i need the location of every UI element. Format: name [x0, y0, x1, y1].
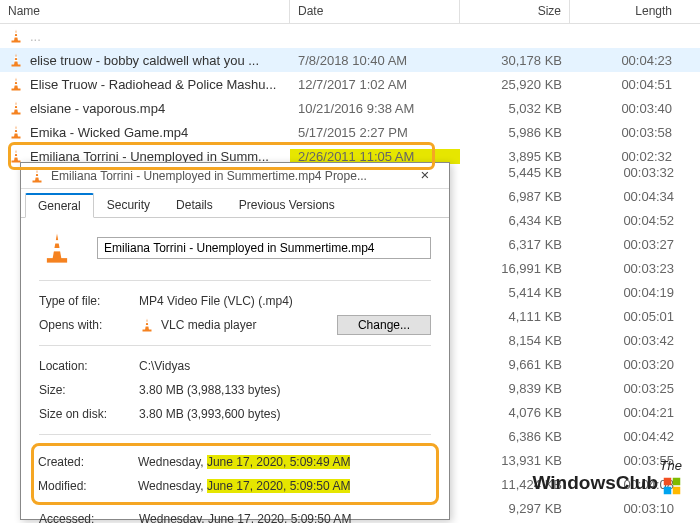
table-row[interactable]: 9,297 KB00:03:10 [458, 496, 700, 520]
table-row[interactable]: ... [0, 24, 700, 48]
file-length: 00:03:42 [570, 333, 682, 348]
size-on-disk-value: 3.80 MB (3,993,600 bytes) [139, 407, 431, 421]
timestamp-highlight-box: Created:Wednesday, June 17, 2020, 5:09:4… [31, 443, 439, 505]
vlc-icon [8, 76, 24, 92]
file-length: 00:03:27 [570, 237, 682, 252]
file-length: 00:03:32 [570, 165, 682, 180]
size-value: 3.80 MB (3,988,133 bytes) [139, 383, 431, 397]
file-length: 00:04:19 [570, 285, 682, 300]
column-header-row: Name Date Size Length [0, 0, 700, 24]
file-length: 00:04:23 [570, 53, 680, 68]
col-header-date[interactable]: Date [290, 0, 460, 23]
file-length: 00:04:34 [570, 189, 682, 204]
file-length: 00:03:25 [570, 381, 682, 396]
file-size: 5,032 KB [460, 101, 570, 116]
table-row[interactable]: 6,386 KB00:04:42 [458, 424, 700, 448]
table-row[interactable]: 9,839 KB00:03:25 [458, 376, 700, 400]
change-button[interactable]: Change... [337, 315, 431, 335]
col-header-name[interactable]: Name [0, 0, 290, 23]
file-name: Emika - Wicked Game.mp4 [30, 125, 282, 140]
created-label: Created: [38, 455, 138, 469]
file-size: 9,661 KB [458, 357, 570, 372]
close-button[interactable]: × [409, 166, 441, 186]
file-length: 00:03:40 [570, 101, 680, 116]
modified-value: Wednesday, June 17, 2020, 5:09:50 AM [138, 479, 432, 493]
table-row[interactable]: 6,434 KB00:04:52 [458, 208, 700, 232]
file-size: 9,297 KB [458, 501, 570, 516]
file-length: 00:03:23 [570, 261, 682, 276]
file-size: 6,386 KB [458, 429, 570, 444]
file-size: 6,987 KB [458, 189, 570, 204]
table-row[interactable]: 4,076 KB00:04:21 [458, 400, 700, 424]
file-size: 5,986 KB [460, 125, 570, 140]
file-size: 30,178 KB [460, 53, 570, 68]
file-name: elsiane - vaporous.mp4 [30, 101, 282, 116]
table-row[interactable]: 8,154 KB00:03:42 [458, 328, 700, 352]
tab-previous-versions[interactable]: Previous Versions [226, 193, 348, 217]
col-header-size[interactable]: Size [460, 0, 570, 23]
table-row[interactable]: 6,317 KB00:03:27 [458, 232, 700, 256]
vlc-icon [8, 28, 24, 44]
tab-general[interactable]: General [25, 193, 94, 218]
file-size: 6,434 KB [458, 213, 570, 228]
file-date: 10/21/2016 9:38 AM [290, 101, 460, 116]
vlc-icon [8, 124, 24, 140]
file-size: 6,317 KB [458, 237, 570, 252]
table-row[interactable]: elsiane - vaporous.mp410/21/2016 9:38 AM… [0, 96, 700, 120]
table-row[interactable]: 4,111 KB00:05:01 [458, 304, 700, 328]
type-of-file-value: MP4 Video File (VLC) (.mp4) [139, 294, 431, 308]
watermark: The WindowsClub [533, 459, 682, 495]
dialog-title: Emiliana Torrini - Unemployed in Summert… [51, 169, 409, 183]
file-length: 00:04:21 [570, 405, 682, 420]
file-length: 00:04:51 [570, 77, 680, 92]
table-row[interactable]: 5,414 KB00:04:19 [458, 280, 700, 304]
vlc-icon [39, 230, 75, 266]
file-size: 9,839 KB [458, 381, 570, 396]
vlc-icon [29, 168, 45, 184]
location-label: Location: [39, 359, 139, 373]
table-row[interactable]: 16,991 KB00:03:23 [458, 256, 700, 280]
size-label: Size: [39, 383, 139, 397]
location-value: C:\Vidyas [139, 359, 431, 373]
file-date: 7/8/2018 10:40 AM [290, 53, 460, 68]
table-row[interactable]: Emika - Wicked Game.mp45/17/2015 2:27 PM… [0, 120, 700, 144]
size-on-disk-label: Size on disk: [39, 407, 139, 421]
file-name: elise truow - bobby caldwell what you ..… [30, 53, 282, 68]
file-size: 4,076 KB [458, 405, 570, 420]
file-name: ... [30, 29, 282, 44]
file-size: 8,154 KB [458, 333, 570, 348]
tab-details[interactable]: Details [163, 193, 226, 217]
file-length: 00:03:10 [570, 501, 682, 516]
file-size: 5,445 KB [458, 165, 570, 180]
modified-label: Modified: [38, 479, 138, 493]
accessed-label: Accessed: [39, 512, 139, 523]
vlc-icon [8, 100, 24, 116]
file-name: Elise Truow - Radiohead & Police Mashu..… [30, 77, 282, 92]
filename-input[interactable] [97, 237, 431, 259]
table-row[interactable]: 5,445 KB00:03:32 [458, 160, 700, 184]
type-of-file-label: Type of file: [39, 294, 139, 308]
table-row[interactable]: elise truow - bobby caldwell what you ..… [0, 48, 700, 72]
file-size: 16,991 KB [458, 261, 570, 276]
file-size: 4,111 KB [458, 309, 570, 324]
tab-security[interactable]: Security [94, 193, 163, 217]
table-row[interactable]: 9,661 KB00:03:20 [458, 352, 700, 376]
col-header-length[interactable]: Length [570, 0, 680, 23]
file-length: 00:03:20 [570, 357, 682, 372]
table-row[interactable]: Elise Truow - Radiohead & Police Mashu..… [0, 72, 700, 96]
vlc-icon [139, 317, 155, 333]
file-size: 25,920 KB [460, 77, 570, 92]
file-length: 00:04:52 [570, 213, 682, 228]
opens-with-value: VLC media player [161, 318, 256, 332]
file-length: 00:04:42 [570, 429, 682, 444]
created-value: Wednesday, June 17, 2020, 5:09:49 AM [138, 455, 432, 469]
accessed-value: Wednesday, June 17, 2020, 5:09:50 AM [139, 512, 431, 523]
vlc-icon [8, 52, 24, 68]
dialog-titlebar[interactable]: Emiliana Torrini - Unemployed in Summert… [21, 163, 449, 189]
file-date: 12/7/2017 1:02 AM [290, 77, 460, 92]
table-row[interactable]: 6,987 KB00:04:34 [458, 184, 700, 208]
file-length: 00:03:58 [570, 125, 680, 140]
file-length: 00:05:01 [570, 309, 682, 324]
tab-strip: General Security Details Previous Versio… [21, 189, 449, 218]
file-size: 5,414 KB [458, 285, 570, 300]
